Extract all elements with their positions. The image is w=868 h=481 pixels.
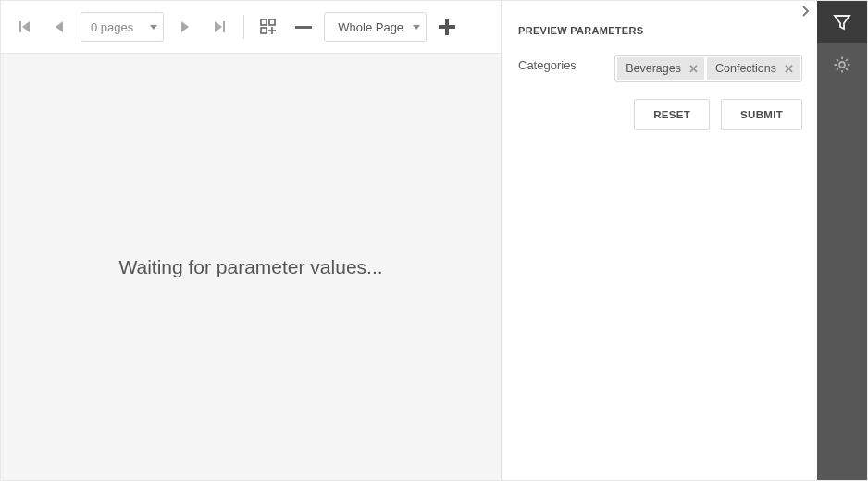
last-page-icon <box>212 19 227 34</box>
viewer-toolbar: 0 pages Whole Page <box>1 1 501 53</box>
preview-area: Waiting for parameter values... <box>1 53 501 480</box>
svg-point-11 <box>839 62 845 68</box>
panel-title: PREVIEW PARAMETERS <box>502 21 817 42</box>
report-viewer-main: 0 pages Whole Page <box>1 1 501 480</box>
tagbox-token: Beverages ✕ <box>617 57 704 80</box>
funnel-icon <box>833 13 851 31</box>
parameters-panel: PREVIEW PARAMETERS Categories Beverages … <box>501 1 817 480</box>
zoom-in-button[interactable] <box>432 12 462 42</box>
page-select[interactable]: 0 pages <box>81 12 164 42</box>
multipage-button[interactable] <box>254 12 283 42</box>
token-remove-icon[interactable]: ✕ <box>782 63 796 75</box>
prev-page-icon <box>54 20 67 33</box>
last-page-button[interactable] <box>205 12 234 42</box>
reset-button[interactable]: RESET <box>634 99 710 130</box>
svg-rect-7 <box>269 19 275 25</box>
panel-collapse-button[interactable] <box>502 1 817 21</box>
panel-buttons: RESET SUBMIT <box>502 82 817 130</box>
svg-rect-5 <box>223 21 225 32</box>
rail-settings-button[interactable] <box>817 43 867 86</box>
multipage-icon <box>259 18 278 36</box>
toolbar-separator <box>243 15 244 39</box>
gear-icon <box>833 56 851 74</box>
page-select-label: 0 pages <box>91 20 133 34</box>
svg-marker-3 <box>181 21 189 32</box>
svg-marker-4 <box>215 21 222 32</box>
chevron-down-icon <box>413 25 420 30</box>
prev-page-button[interactable] <box>45 12 75 42</box>
token-remove-icon[interactable]: ✕ <box>687 63 701 75</box>
plus-icon <box>439 18 455 35</box>
side-rail <box>817 1 867 480</box>
param-row: Categories Beverages ✕ Confections ✕ <box>502 42 817 82</box>
submit-label: SUBMIT <box>740 109 783 120</box>
svg-rect-0 <box>19 21 21 32</box>
svg-marker-2 <box>56 21 63 32</box>
chevron-right-icon <box>800 6 810 17</box>
zoom-select[interactable]: Whole Page <box>324 12 427 42</box>
first-page-button[interactable] <box>10 12 40 42</box>
token-label: Beverages <box>626 62 681 75</box>
token-label: Confections <box>715 62 776 75</box>
submit-button[interactable]: SUBMIT <box>721 99 802 130</box>
tagbox-token: Confections ✕ <box>707 57 800 80</box>
next-page-button[interactable] <box>169 12 199 42</box>
chevron-down-icon <box>150 25 157 30</box>
reset-label: RESET <box>653 109 690 120</box>
next-page-icon <box>178 20 191 33</box>
first-page-icon <box>18 19 32 34</box>
rail-parameters-button[interactable] <box>817 1 867 43</box>
svg-rect-8 <box>261 28 267 33</box>
waiting-message: Waiting for parameter values... <box>118 256 382 278</box>
param-label: Categories <box>518 55 605 72</box>
svg-rect-6 <box>261 19 267 25</box>
minus-icon <box>295 26 312 29</box>
svg-marker-1 <box>22 21 30 32</box>
zoom-out-button[interactable] <box>289 12 318 42</box>
zoom-select-label: Whole Page <box>338 20 403 34</box>
categories-tagbox[interactable]: Beverages ✕ Confections ✕ <box>614 55 802 82</box>
